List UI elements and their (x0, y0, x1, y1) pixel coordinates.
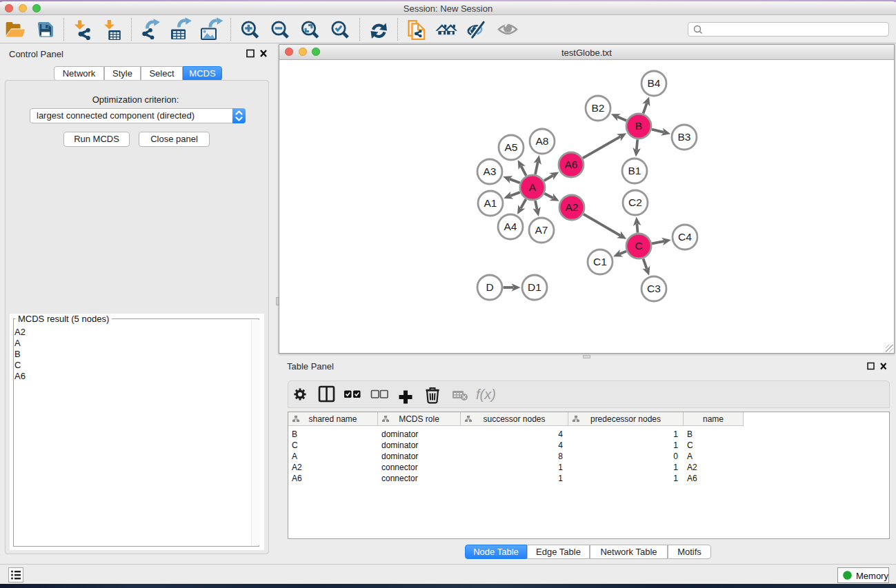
svg-text:B1: B1 (628, 165, 641, 176)
svg-text:A3: A3 (484, 165, 497, 177)
svg-text:C: C (635, 240, 642, 252)
svg-text:A5: A5 (505, 141, 518, 153)
svg-text:A4: A4 (504, 221, 517, 232)
svg-text:C4: C4 (678, 231, 692, 243)
svg-text:C2: C2 (628, 196, 642, 208)
svg-text:C3: C3 (647, 283, 661, 294)
svg-text:B: B (635, 120, 642, 132)
svg-text:A8: A8 (536, 135, 549, 147)
svg-text:D: D (486, 281, 493, 293)
svg-text:B2: B2 (592, 102, 605, 114)
svg-text:B4: B4 (648, 77, 661, 89)
svg-text:A: A (529, 181, 537, 193)
svg-text:A6: A6 (565, 159, 578, 170)
svg-text:f(x): f(x) (476, 387, 496, 402)
svg-text:A1: A1 (484, 197, 497, 209)
svg-text:D1: D1 (528, 281, 541, 293)
svg-text:B3: B3 (678, 131, 691, 143)
svg-text:A7: A7 (535, 224, 548, 236)
svg-text:C1: C1 (593, 256, 607, 267)
svg-text:A2: A2 (566, 201, 579, 213)
